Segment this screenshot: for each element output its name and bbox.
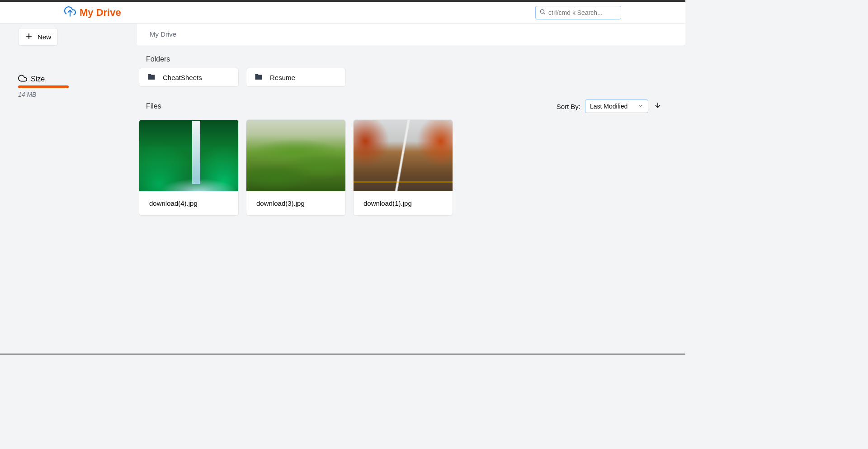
folder-icon (147, 73, 156, 82)
new-button[interactable]: New (18, 28, 58, 46)
search-icon (539, 9, 546, 17)
arrow-down-icon (654, 102, 661, 111)
new-button-label: New (38, 33, 51, 41)
svg-line-2 (544, 13, 545, 14)
main: My Drive Folders CheatSheets Resume File… (137, 24, 685, 354)
files-header: Files Sort By: Last Modified (137, 99, 685, 113)
file-thumbnail (246, 120, 345, 191)
file-thumbnail (139, 120, 238, 191)
breadcrumb[interactable]: My Drive (137, 24, 685, 45)
file-card[interactable]: download(1).jpg (353, 119, 453, 216)
sort-controls: Sort By: Last Modified (557, 99, 663, 113)
app-header: My Drive (0, 2, 685, 24)
breadcrumb-path: My Drive (150, 30, 176, 38)
file-name: download(4).jpg (139, 191, 238, 215)
sidebar: New Size 14 MB (0, 24, 137, 354)
storage-label: Size (31, 75, 45, 83)
cloud-icon (18, 74, 27, 85)
folder-label: CheatSheets (163, 74, 202, 81)
folders-grid: CheatSheets Resume (139, 68, 685, 87)
folder-cheatsheets[interactable]: CheatSheets (139, 68, 239, 87)
sort-direction-button[interactable] (653, 101, 663, 111)
files-section-title: Files (146, 102, 161, 110)
file-name: download(3).jpg (246, 191, 345, 215)
plus-icon (25, 32, 33, 42)
storage-used: 14 MB (18, 91, 119, 98)
layout: New Size 14 MB My Drive Folders (0, 24, 685, 354)
file-thumbnail (354, 120, 453, 191)
file-card[interactable]: download(4).jpg (139, 119, 239, 216)
storage-block: Size 14 MB (18, 74, 119, 98)
file-name: download(1).jpg (354, 191, 453, 215)
files-grid: download(4).jpg download(3).jpg download… (139, 119, 685, 216)
sort-label: Sort By: (557, 103, 580, 110)
folder-resume[interactable]: Resume (246, 68, 346, 87)
folder-icon (255, 73, 263, 82)
brand-title: My Drive (80, 7, 121, 19)
brand[interactable]: My Drive (64, 6, 121, 19)
file-card[interactable]: download(3).jpg (246, 119, 346, 216)
folders-section-title: Folders (146, 55, 685, 63)
sort-selected: Last Modified (590, 103, 627, 110)
search-input[interactable] (548, 9, 617, 16)
search-wrap (535, 6, 621, 19)
folder-label: Resume (270, 74, 295, 81)
chevron-down-icon (638, 103, 643, 110)
cloud-upload-icon (64, 6, 76, 19)
search-box[interactable] (535, 6, 621, 19)
storage-progress (18, 85, 69, 88)
sort-select[interactable]: Last Modified (585, 99, 648, 113)
